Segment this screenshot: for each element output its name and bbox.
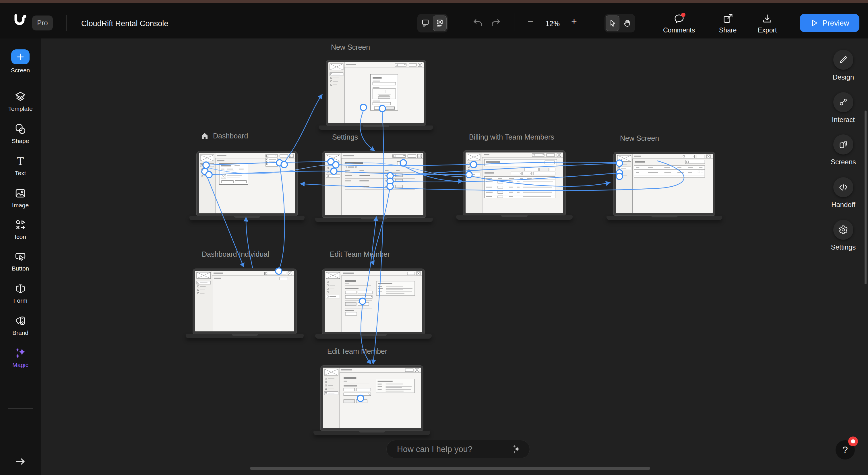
sidebar-item-screen[interactable]: Screen — [0, 50, 41, 74]
sidebar-item-label: Button — [12, 265, 29, 272]
stack-icon — [833, 135, 854, 154]
divider — [66, 15, 67, 31]
code-icon — [833, 177, 854, 197]
laptop-base — [313, 431, 430, 435]
screen-title[interactable]: Edit Team Member — [330, 250, 390, 259]
screen-thumbnail-new-member[interactable] — [320, 365, 423, 431]
panel-button-interact[interactable]: Interact — [827, 92, 860, 124]
zoom-level[interactable]: 12% — [546, 20, 560, 28]
laptop-base — [607, 216, 722, 220]
panel-button-screens[interactable]: Screens — [827, 135, 860, 166]
divider — [8, 408, 33, 409]
sidebar-item-template[interactable]: Template — [0, 91, 41, 112]
nodes-icon — [833, 92, 854, 112]
sidebar-item-label: Brand — [12, 329, 28, 336]
sidebar-item-shape[interactable]: Shape — [0, 123, 41, 144]
share-icon — [722, 13, 734, 25]
laptop-bezel — [193, 269, 297, 334]
app-logo-icon[interactable] — [13, 14, 27, 27]
sidebar-item-text[interactable]: T Text — [0, 155, 41, 177]
redo-button[interactable] — [490, 17, 502, 29]
shapes-icon — [14, 123, 26, 135]
project-title[interactable]: CloudRift Rental Console — [81, 6, 168, 41]
collapse-sidebar-button[interactable] — [14, 455, 26, 468]
sidebar-item-magic[interactable]: Magic — [0, 346, 41, 368]
laptop-bezel — [326, 60, 426, 125]
laptop-bezel — [322, 269, 425, 334]
help-notification-badge — [848, 437, 858, 446]
screen-thumbnail-settings[interactable] — [322, 151, 426, 218]
laptop-base — [456, 215, 572, 220]
sidebar-item-icon[interactable]: Icon — [0, 219, 41, 240]
panel-button-label: Screens — [831, 158, 856, 166]
tool-toggle — [604, 14, 635, 32]
prototype-canvas[interactable] — [41, 38, 868, 475]
sidebar-item-label: Screen — [11, 67, 30, 74]
preview-button[interactable]: Preview — [800, 14, 859, 32]
wireframe-view-icon[interactable] — [433, 16, 446, 31]
screen-title-home[interactable]: Dashboard — [200, 131, 248, 140]
laptop-bezel — [196, 151, 298, 216]
panel-button-label: Interact — [832, 116, 855, 124]
panel-button-settings[interactable]: Settings — [827, 220, 860, 251]
panel-button-handoff[interactable]: Handoff — [827, 177, 860, 209]
panel-button-design[interactable]: Design — [827, 50, 860, 81]
screen-thumbnail-billing[interactable] — [463, 150, 566, 215]
form-icon — [14, 283, 26, 295]
help-label: ? — [842, 444, 848, 455]
sidebar-item-label: Image — [12, 202, 29, 209]
plus-icon — [11, 50, 30, 64]
sidebar-item-image[interactable]: Image — [0, 187, 41, 209]
laptop-base — [315, 334, 432, 338]
screen-thumbnail-edit-team-member[interactable] — [322, 269, 425, 334]
panel-button-label: Design — [833, 73, 854, 81]
sparkle-icon[interactable] — [510, 443, 522, 455]
zoom-out-button[interactable]: − — [528, 16, 533, 27]
vertical-scrollbar[interactable] — [865, 111, 867, 284]
home-icon — [200, 131, 209, 140]
export-icon — [762, 13, 773, 25]
comments-button[interactable]: Comments — [663, 6, 695, 41]
zoom-in-button[interactable]: + — [571, 16, 577, 27]
share-label: Share — [719, 26, 737, 34]
laptop-bezel — [463, 150, 566, 215]
screen-thumbnail-dashboard-individual[interactable] — [193, 269, 297, 334]
ai-assistant-bar[interactable] — [386, 440, 530, 458]
panel-button-label: Handoff — [831, 201, 856, 209]
comments-icon — [673, 13, 685, 25]
screen-title[interactable]: Edit Team Member — [327, 347, 387, 356]
play-icon — [810, 19, 818, 27]
topbar: Pro CloudRift Rental Console − 12% + — [0, 3, 868, 38]
sidebar-item-form[interactable]: Form — [0, 283, 41, 304]
undo-button[interactable] — [472, 17, 484, 29]
export-button[interactable]: Export — [758, 6, 777, 41]
ai-assistant-input[interactable] — [396, 444, 510, 454]
screen-title[interactable]: New Screen — [331, 43, 370, 51]
laptop-bezel — [613, 152, 715, 216]
screen-title[interactable]: New Screen — [620, 134, 659, 143]
sidebar-item-label: Form — [13, 297, 28, 304]
screen-title[interactable]: Dashboard Individual — [202, 250, 269, 259]
gear-icon — [833, 220, 854, 240]
view-mode-toggle — [417, 14, 448, 32]
sidebar-item-button[interactable]: Button — [0, 250, 41, 272]
sparkles-icon — [14, 346, 27, 359]
design-view-icon[interactable] — [418, 16, 432, 31]
hand-tool-icon[interactable] — [620, 16, 634, 31]
text-icon: T — [17, 155, 24, 167]
horizontal-scrollbar[interactable] — [250, 467, 650, 470]
sidebar-item-brand[interactable]: Brand — [0, 315, 41, 336]
screen-title[interactable]: Billing with Team Members — [469, 133, 554, 141]
laptop-base — [186, 334, 304, 338]
screen-thumbnail-dashboard[interactable] — [196, 151, 298, 216]
comments-label: Comments — [663, 26, 695, 34]
screen-thumbnail-new-screen[interactable] — [326, 60, 426, 125]
pointer-tool-icon[interactable] — [606, 16, 619, 31]
screen-thumbnail-api-keys[interactable] — [613, 152, 715, 216]
sidebar-item-label: Shape — [12, 138, 29, 144]
arrow-right-icon — [14, 455, 26, 468]
share-button[interactable]: Share — [719, 6, 737, 41]
screen-title[interactable]: Settings — [332, 133, 358, 141]
laptop-bezel — [322, 151, 426, 218]
layers-icon — [14, 91, 26, 103]
